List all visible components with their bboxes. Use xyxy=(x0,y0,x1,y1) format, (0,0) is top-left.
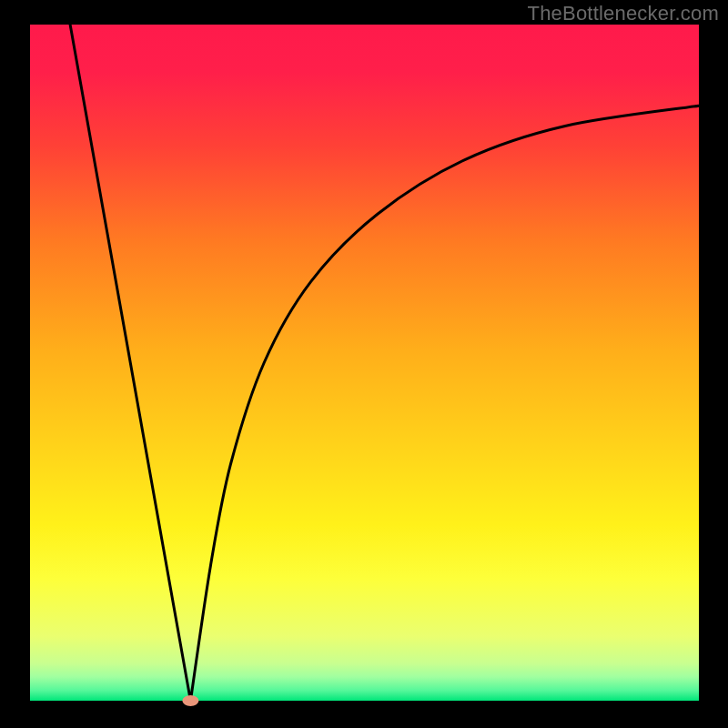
watermark-text: TheBottlenecker.com xyxy=(528,2,719,25)
minimum-marker xyxy=(182,695,198,706)
bottleneck-curve-chart xyxy=(0,0,728,728)
chart-container: TheBottlenecker.com xyxy=(0,0,728,728)
